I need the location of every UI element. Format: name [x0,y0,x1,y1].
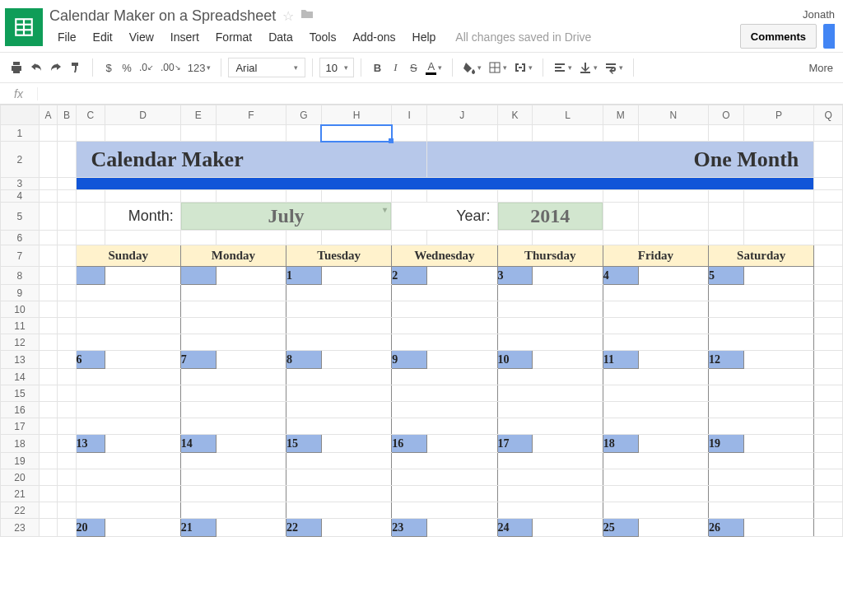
calendar-cell[interactable] [286,418,392,435]
calendar-cell[interactable] [392,334,497,351]
folder-icon[interactable] [300,8,314,23]
calendar-cell[interactable] [76,502,180,519]
calendar-cell[interactable] [286,385,392,402]
col-header[interactable]: I [392,105,427,125]
star-icon[interactable]: ☆ [282,8,294,24]
calendar-cell[interactable] [603,301,708,318]
calendar-cell[interactable] [286,469,392,486]
row-header[interactable]: 10 [1,301,40,318]
date-cell[interactable]: 25 [603,519,638,537]
calendar-cell[interactable] [286,285,392,301]
calendar-cell[interactable] [638,519,709,537]
calendar-cell[interactable] [216,351,286,369]
col-header[interactable]: A [39,105,57,125]
calendar-cell[interactable] [392,486,497,502]
row-header[interactable]: 5 [1,203,40,231]
date-cell[interactable]: 9 [392,351,427,369]
font-select[interactable]: Arial▾ [228,58,305,77]
col-header[interactable]: J [427,105,498,125]
col-header[interactable]: N [638,105,709,125]
col-header[interactable]: E [180,105,216,125]
formula-input[interactable] [38,83,843,104]
date-cell[interactable]: 20 [76,519,105,537]
calendar-cell[interactable] [709,369,814,385]
calendar-cell[interactable] [321,435,392,453]
spreadsheet-grid[interactable]: A B C D E F G H I J K L M N O P Q [0,105,843,537]
calendar-cell[interactable] [392,402,497,418]
date-cell[interactable] [180,267,216,285]
calendar-cell[interactable] [76,318,180,334]
col-header[interactable]: C [76,105,105,125]
calendar-cell[interactable] [497,418,603,435]
menu-format[interactable]: Format [207,29,260,45]
calendar-cell[interactable] [497,453,603,469]
calendar-cell[interactable] [709,402,814,418]
calendar-cell[interactable] [392,502,497,519]
number-format-button[interactable]: 123▾ [184,58,215,77]
row-header[interactable]: 11 [1,318,40,334]
row-header[interactable]: 12 [1,334,40,351]
calendar-cell[interactable] [497,486,603,502]
row-header[interactable]: 1 [1,125,40,142]
calendar-cell[interactable] [392,318,497,334]
calendar-cell[interactable] [180,418,286,435]
calendar-cell[interactable] [603,285,708,301]
col-header[interactable]: O [709,105,744,125]
date-cell[interactable]: 16 [392,435,427,453]
calendar-cell[interactable] [180,334,286,351]
calendar-cell[interactable] [743,435,814,453]
calendar-cell[interactable] [180,285,286,301]
calendar-cell[interactable] [709,453,814,469]
active-cell[interactable] [321,125,392,142]
calendar-cell[interactable] [286,502,392,519]
calendar-cell[interactable] [603,334,708,351]
calendar-cell[interactable] [709,385,814,402]
date-cell[interactable]: 22 [286,519,322,537]
select-all-corner[interactable] [1,105,40,125]
calendar-cell[interactable] [497,469,603,486]
calendar-cell[interactable] [427,435,498,453]
calendar-cell[interactable] [603,385,708,402]
calendar-cell[interactable] [709,301,814,318]
font-size-select[interactable]: 10▾ [319,58,354,77]
calendar-cell[interactable] [76,418,180,435]
date-cell[interactable]: 2 [392,267,427,285]
date-cell[interactable]: 4 [603,267,638,285]
calendar-cell[interactable] [76,486,180,502]
calendar-cell[interactable] [533,351,603,369]
calendar-cell[interactable] [76,469,180,486]
calendar-cell[interactable] [497,502,603,519]
row-header[interactable]: 16 [1,402,40,418]
date-cell[interactable]: 11 [603,351,638,369]
date-cell[interactable]: 5 [709,267,744,285]
calendar-cell[interactable] [709,486,814,502]
calendar-cell[interactable] [216,519,286,537]
print-icon[interactable] [7,58,26,77]
sheets-logo[interactable] [5,8,43,46]
calendar-cell[interactable] [180,453,286,469]
halign-icon[interactable]: ▾ [550,58,575,77]
calendar-cell[interactable] [180,402,286,418]
calendar-cell[interactable] [286,453,392,469]
calendar-cell[interactable] [321,267,392,285]
calendar-cell[interactable] [76,301,180,318]
calendar-cell[interactable] [743,351,814,369]
calendar-cell[interactable] [76,402,180,418]
calendar-cell[interactable] [321,351,392,369]
date-cell[interactable]: 14 [180,435,216,453]
date-cell[interactable]: 12 [709,351,744,369]
calendar-cell[interactable] [216,435,286,453]
calendar-cell[interactable] [638,267,709,285]
calendar-cell[interactable] [105,435,181,453]
calendar-cell[interactable] [497,385,603,402]
calendar-cell[interactable] [709,318,814,334]
calendar-cell[interactable] [603,369,708,385]
percent-button[interactable]: % [118,58,136,77]
italic-button[interactable]: I [386,58,404,77]
undo-icon[interactable] [26,58,46,77]
calendar-cell[interactable] [709,502,814,519]
calendar-cell[interactable] [497,369,603,385]
calendar-cell[interactable] [286,334,392,351]
calendar-cell[interactable] [180,469,286,486]
col-header[interactable]: K [497,105,533,125]
